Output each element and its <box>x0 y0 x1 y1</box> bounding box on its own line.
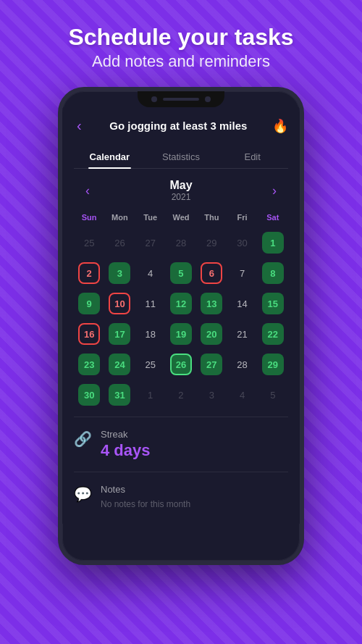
streak-section: 🔗 Streak 4 days <box>74 426 288 463</box>
day-number: 25 <box>78 232 100 254</box>
notes-empty-message: No notes for this month <box>101 499 288 509</box>
day-number: 30 <box>78 384 100 406</box>
day-number: 25 <box>140 354 161 375</box>
day-number: 13 <box>201 293 222 314</box>
month-name: May <box>169 179 192 192</box>
day-cell[interactable]: 20 <box>196 321 227 347</box>
prev-month-button[interactable]: ‹ <box>80 180 96 201</box>
day-cell[interactable]: 30 <box>74 382 104 408</box>
day-cell[interactable]: 15 <box>258 290 288 317</box>
camera-dot <box>151 96 157 102</box>
day-cell[interactable]: 26 <box>104 230 135 256</box>
header-sun: Sun <box>74 209 104 225</box>
day-cell[interactable]: 8 <box>258 260 288 286</box>
day-number: 28 <box>170 232 192 254</box>
notes-divider <box>74 472 288 472</box>
day-number: 22 <box>262 323 284 345</box>
day-cell[interactable]: 30 <box>227 230 257 256</box>
day-cell[interactable]: 21 <box>227 321 257 347</box>
day-cell[interactable]: 2 <box>74 260 104 286</box>
tabs-bar: Calendar Statistics Edit <box>74 146 288 169</box>
tab-edit[interactable]: Edit <box>216 146 288 168</box>
week-row-2: 9101112131415 <box>74 290 288 317</box>
day-cell[interactable]: 1 <box>258 230 288 256</box>
day-cell[interactable]: 10 <box>104 290 135 317</box>
next-month-button[interactable]: › <box>266 180 282 201</box>
day-cell[interactable]: 13 <box>196 290 227 317</box>
week-row-0: 2526272829301 <box>74 230 288 256</box>
day-cell[interactable]: 25 <box>74 230 104 256</box>
day-number: 20 <box>201 323 222 345</box>
day-cell[interactable]: 29 <box>196 230 227 256</box>
day-number: 29 <box>262 354 284 375</box>
week-row-1: 2345678 <box>74 260 288 286</box>
day-number: 14 <box>232 293 253 314</box>
day-cell[interactable]: 24 <box>104 351 135 377</box>
tab-calendar[interactable]: Calendar <box>74 146 146 168</box>
header-fri: Fri <box>227 209 257 225</box>
notes-icon: 💬 <box>74 485 92 503</box>
notes-content: Notes No notes for this month <box>101 484 288 509</box>
day-number: 26 <box>109 232 130 254</box>
speaker-bar <box>163 98 199 101</box>
camera-dot-2 <box>205 96 211 102</box>
day-cell[interactable]: 18 <box>135 321 166 347</box>
day-number: 28 <box>232 354 253 375</box>
day-cell[interactable]: 11 <box>135 290 166 317</box>
day-cell[interactable]: 28 <box>227 351 257 377</box>
day-number: 8 <box>262 262 284 284</box>
day-number: 6 <box>201 262 222 284</box>
day-cell[interactable]: 7 <box>227 260 257 286</box>
day-number: 26 <box>170 354 192 375</box>
day-cell[interactable]: 5 <box>166 260 196 286</box>
day-cell[interactable]: 4 <box>227 382 257 408</box>
day-cell[interactable]: 23 <box>74 351 104 377</box>
calendar-header: ‹ May 2021 › <box>74 179 288 202</box>
week-row-5: 303112345 <box>74 382 288 408</box>
app-content: ‹ Go jogging at least 3 miles 🔥 Calendar… <box>62 107 300 524</box>
header-thu: Thu <box>196 209 227 225</box>
day-number: 11 <box>140 293 161 314</box>
day-cell[interactable]: 1 <box>135 382 166 408</box>
day-cell[interactable]: 4 <box>135 260 166 286</box>
header-subtitle: Add notes and reminders <box>14 52 348 71</box>
day-cell[interactable]: 22 <box>258 321 288 347</box>
tab-statistics[interactable]: Statistics <box>146 146 217 168</box>
day-number: 27 <box>201 354 222 375</box>
day-cell[interactable]: 27 <box>135 230 166 256</box>
header-tue: Tue <box>135 209 166 225</box>
day-number: 18 <box>140 323 161 345</box>
day-number: 31 <box>109 384 130 406</box>
day-cell[interactable]: 17 <box>104 321 135 347</box>
day-cell[interactable]: 14 <box>227 290 257 317</box>
day-cell[interactable]: 26 <box>166 351 196 377</box>
header-section: Schedule your tasks Add notes and remind… <box>0 0 362 84</box>
top-bar: ‹ Go jogging at least 3 miles 🔥 <box>74 114 288 137</box>
streak-content: Streak 4 days <box>101 429 288 460</box>
calendar-rows: 2526272829301234567891011121314151617181… <box>74 230 288 408</box>
day-cell[interactable]: 3 <box>104 260 135 286</box>
day-cell[interactable]: 27 <box>196 351 227 377</box>
day-number: 15 <box>262 293 284 314</box>
day-headers-row: Sun Mon Tue Wed Thu Fri Sat <box>74 209 288 225</box>
day-cell[interactable]: 12 <box>166 290 196 317</box>
day-number: 30 <box>232 232 253 254</box>
day-number: 4 <box>140 262 161 284</box>
day-number: 21 <box>232 323 253 345</box>
day-cell[interactable]: 2 <box>166 382 196 408</box>
day-cell[interactable]: 28 <box>166 230 196 256</box>
day-cell[interactable]: 29 <box>258 351 288 377</box>
day-cell[interactable]: 31 <box>104 382 135 408</box>
day-cell[interactable]: 5 <box>258 382 288 408</box>
day-cell[interactable]: 3 <box>196 382 227 408</box>
day-number: 23 <box>78 354 100 375</box>
back-button[interactable]: ‹ <box>74 114 85 137</box>
phone-mockup: ‹ Go jogging at least 3 miles 🔥 Calendar… <box>0 87 362 565</box>
day-cell[interactable]: 16 <box>74 321 104 347</box>
day-number: 3 <box>109 262 130 284</box>
day-cell[interactable]: 6 <box>196 260 227 286</box>
day-cell[interactable]: 19 <box>166 321 196 347</box>
header-wed: Wed <box>166 209 196 225</box>
day-cell[interactable]: 9 <box>74 290 104 317</box>
day-cell[interactable]: 25 <box>135 351 166 377</box>
